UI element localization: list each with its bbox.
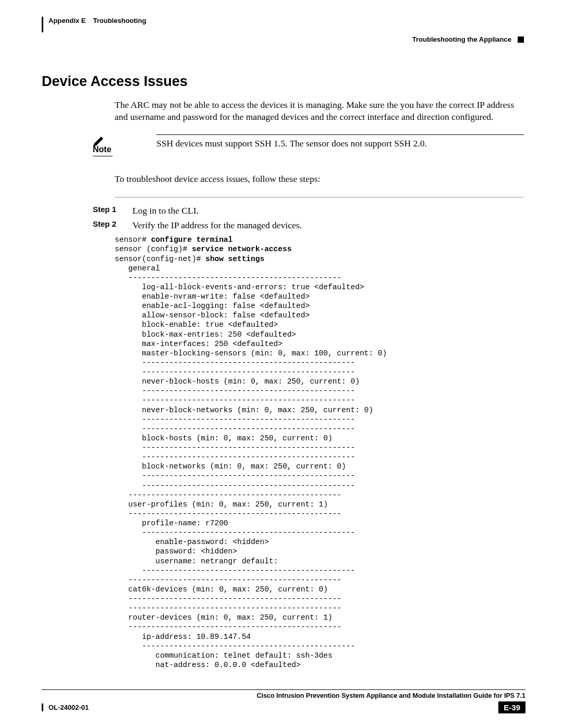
intro-paragraph: The ARC may not be able to access the de…	[115, 99, 524, 123]
step-text: Log in to the CLI.	[132, 205, 524, 216]
followup-text: To troubleshoot device access issues, fo…	[115, 173, 524, 185]
step-text: Verify the IP address for the managed de…	[132, 219, 524, 231]
header-bar: Appendix E Troubleshooting	[42, 17, 524, 32]
step-label: Step 1	[93, 205, 121, 216]
section-path: Troubleshooting the Appliance	[412, 35, 511, 43]
note-text: SSH devices must support SSH 1.5. The se…	[156, 138, 427, 149]
section-heading: Device Access Issues	[42, 73, 524, 90]
cli-output: sensor# configure terminal sensor (confi…	[115, 235, 524, 670]
note-label: Note	[93, 145, 114, 154]
page-number: E-39	[498, 701, 525, 713]
page-footer: Cisco Intrusion Prevention System Applia…	[42, 689, 525, 713]
footer-guide-title: Cisco Intrusion Prevention System Applia…	[42, 689, 525, 699]
chapter-title: Troubleshooting	[93, 17, 146, 24]
step-separator	[115, 197, 524, 198]
step-label: Step 2	[93, 219, 121, 231]
doc-id: OL-24002-01	[42, 704, 89, 711]
header-marker-icon	[518, 36, 524, 43]
step-1: Step 1 Log in to the CLI.	[93, 205, 524, 216]
note-block: Note SSH devices must support SSH 1.5. T…	[93, 134, 524, 156]
step-2: Step 2 Verify the IP address for the man…	[93, 219, 524, 231]
appendix-label: Appendix E	[48, 17, 86, 24]
pencil-icon	[93, 134, 105, 146]
